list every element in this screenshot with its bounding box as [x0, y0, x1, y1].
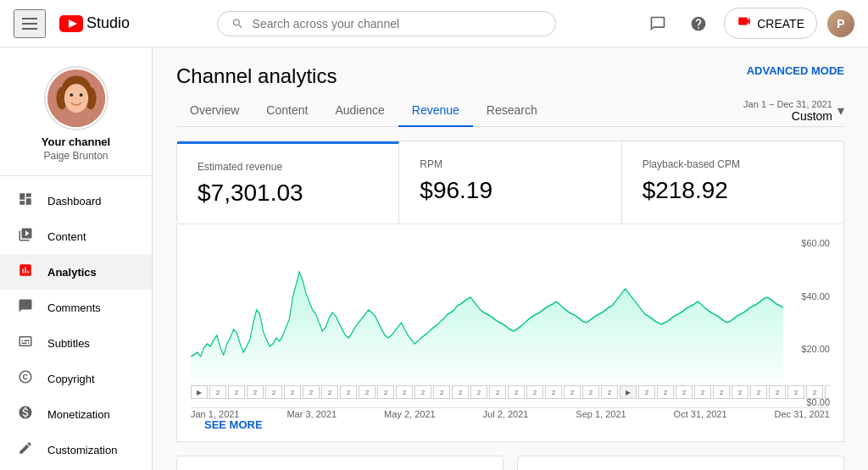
timeline-marker[interactable]: 2 [303, 385, 320, 399]
tabs-list: Overview Content Audience Revenue Resear… [176, 95, 551, 126]
timeline-marker[interactable]: 2 [769, 385, 786, 399]
sidebar-item-content[interactable]: Content [0, 218, 152, 254]
app-layout: Your channel Paige Brunton Dashboard Con… [0, 47, 868, 470]
timeline-marker[interactable]: 2 [452, 385, 469, 399]
content-icon [17, 227, 34, 246]
create-plus-icon [737, 14, 752, 29]
help-button[interactable] [683, 8, 714, 39]
sidebar-item-customization[interactable]: Customization [0, 432, 152, 467]
timeline-marker[interactable]: 2 [470, 385, 487, 399]
channel-avatar[interactable] [46, 68, 107, 129]
chart-svg-wrap [191, 238, 783, 382]
sidebar-item-subtitles[interactable]: Subtitles [0, 325, 152, 361]
timeline-marker[interactable]: 2 [657, 385, 674, 399]
x-label-dec: Dec 31, 2021 [775, 409, 830, 419]
bottom-card-earnings: How much you're earning ⓘ Estimated · La… [176, 456, 504, 470]
tabs-row: Overview Content Audience Revenue Resear… [176, 95, 844, 127]
timeline-marker[interactable]: 2 [526, 385, 543, 399]
sidebar-item-comments[interactable]: Comments [0, 290, 152, 325]
tab-content[interactable]: Content [253, 95, 321, 127]
timeline-marker[interactable]: 2 [601, 385, 618, 399]
avatar-illustration [47, 68, 105, 129]
metric-label-cpm: Playback-based CPM [643, 158, 823, 170]
x-label-oct: Oct 31, 2021 [674, 409, 727, 419]
y-label-20: $20.00 [794, 344, 830, 354]
timeline-marker[interactable]: 2 [359, 385, 376, 399]
timeline-marker[interactable]: 2 [396, 385, 413, 399]
x-label-jan: Jan 1, 2021 [191, 409, 240, 419]
y-label-40: $40.00 [794, 291, 830, 301]
advanced-mode-button[interactable]: ADVANCED MODE [747, 64, 844, 77]
svg-point-6 [64, 84, 87, 113]
channel-name: Your channel [42, 135, 110, 148]
timeline-marker[interactable]: 2 [508, 385, 525, 399]
date-range-picker[interactable]: Jan 1 − Dec 31, 2021 Custom ▾ [743, 99, 844, 123]
search-input[interactable] [253, 17, 542, 30]
revenue-chart [191, 238, 783, 382]
timeline-marker[interactable]: 2 [284, 385, 301, 399]
metric-card-estimated-revenue[interactable]: Estimated revenue $7,301.03 [177, 141, 399, 224]
tab-audience[interactable]: Audience [321, 95, 398, 127]
user-avatar[interactable]: P [827, 10, 854, 37]
logo[interactable]: Studio [59, 14, 130, 32]
create-icon [737, 14, 752, 33]
chart-x-labels: Jan 1, 2021 Mar 3, 2021 May 2, 2021 Jul … [191, 406, 830, 426]
timeline-marker[interactable]: 2 [750, 385, 767, 399]
analytics-icon [17, 263, 34, 281]
timeline-marker[interactable]: 2 [713, 385, 730, 399]
monetization-icon [17, 405, 34, 423]
timeline-marker[interactable]: 2 [247, 385, 264, 399]
avatar-initials: P [837, 17, 844, 30]
page-header: Channel analytics ADVANCED MODE [176, 64, 844, 88]
timeline-marker[interactable]: 2 [638, 385, 655, 399]
timeline-marker[interactable]: 2 [209, 385, 226, 399]
tab-overview[interactable]: Overview [176, 95, 253, 127]
header-right: CREATE P [643, 8, 854, 39]
search-input-wrap[interactable] [217, 11, 556, 36]
copyright-icon [17, 369, 34, 388]
svg-point-7 [70, 93, 73, 97]
timeline-marker[interactable]: 2 [340, 385, 357, 399]
metric-value-revenue: $7,301.03 [198, 180, 378, 207]
metric-value-rpm: $96.19 [420, 177, 600, 204]
sidebar-label-comments: Comments [47, 301, 101, 314]
x-label-mar: Mar 3, 2021 [287, 409, 337, 419]
menu-button[interactable] [14, 9, 46, 38]
chevron-down-icon: ▾ [837, 102, 844, 119]
timeline-marker[interactable]: 2 [321, 385, 338, 399]
metric-value-cpm: $218.92 [643, 177, 823, 204]
timeline-marker[interactable]: 2 [676, 385, 693, 399]
metric-card-playback-cpm[interactable]: Playback-based CPM $218.92 [622, 141, 843, 224]
timeline-marker[interactable]: 2 [265, 385, 282, 399]
date-range-text: Jan 1 − Dec 31, 2021 Custom [743, 99, 832, 123]
sidebar-item-dashboard[interactable]: Dashboard [0, 183, 152, 218]
messages-button[interactable] [643, 8, 673, 39]
y-label-0: $0.00 [794, 397, 830, 407]
sidebar-item-monetization[interactable]: Monetization [0, 396, 152, 432]
timeline-marker[interactable]: 2 [228, 385, 245, 399]
tab-research[interactable]: Research [473, 95, 551, 127]
sidebar-item-copyright[interactable]: Copyright [0, 361, 152, 396]
timeline-marker[interactable]: 2 [732, 385, 748, 399]
timeline-marker[interactable]: 2 [377, 385, 394, 399]
sidebar-label-monetization: Monetization [47, 408, 110, 421]
sidebar-item-analytics[interactable]: Analytics [0, 254, 152, 290]
tab-revenue[interactable]: Revenue [398, 95, 473, 127]
timeline-marker[interactable]: 2 [545, 385, 562, 399]
channel-subtitle: Paige Brunton [43, 150, 108, 162]
metric-card-rpm[interactable]: RPM $96.19 [399, 141, 621, 224]
timeline-marker[interactable]: 2 [694, 385, 711, 399]
page-title: Channel analytics [176, 64, 337, 88]
sidebar-label-content: Content [47, 230, 86, 243]
timeline-marker[interactable]: ▶ [191, 385, 208, 399]
sidebar: Your channel Paige Brunton Dashboard Con… [0, 47, 153, 470]
logo-text: Studio [86, 14, 130, 32]
x-label-sep: Sep 1, 2021 [576, 409, 626, 419]
timeline-marker[interactable]: 2 [433, 385, 450, 399]
timeline-marker-play[interactable]: ▶ [620, 385, 637, 399]
timeline-marker[interactable]: 2 [582, 385, 599, 399]
timeline-marker[interactable]: 2 [564, 385, 581, 399]
timeline-marker[interactable]: 2 [415, 385, 431, 399]
create-button[interactable]: CREATE [724, 8, 817, 39]
timeline-marker[interactable]: 2 [489, 385, 506, 399]
